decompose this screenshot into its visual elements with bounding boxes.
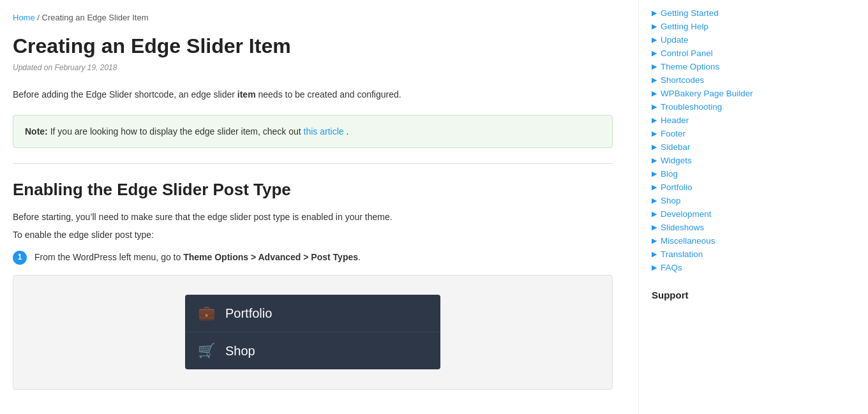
screenshot-row-portfolio: 💼 Portfolio bbox=[185, 295, 440, 332]
sidebar: ▶Getting Started▶Getting Help▶Update▶Con… bbox=[638, 0, 791, 414]
updated-date: Updated on February 19, 2018 bbox=[13, 63, 613, 72]
sidebar-support-title: Support bbox=[652, 290, 791, 300]
sidebar-item-control-panel: ▶Control Panel bbox=[652, 47, 791, 60]
nav-arrow-icon: ▶ bbox=[652, 63, 657, 71]
sidebar-item-update: ▶Update bbox=[652, 33, 791, 47]
sidebar-link-5[interactable]: ▶Shortcodes bbox=[652, 75, 791, 85]
sidebar-item-blog: ▶Blog bbox=[652, 167, 791, 181]
note-period: . bbox=[346, 126, 348, 137]
section-title: Enabling the Edge Slider Post Type bbox=[13, 179, 613, 201]
nav-arrow-icon: ▶ bbox=[652, 156, 657, 165]
sidebar-link-10[interactable]: ▶Sidebar bbox=[652, 142, 791, 152]
sidebar-link-12[interactable]: ▶Blog bbox=[652, 169, 791, 179]
note-text: If you are looking how to display the ed… bbox=[50, 126, 304, 137]
sidebar-link-1[interactable]: ▶Getting Help bbox=[652, 22, 791, 31]
sidebar-link-17[interactable]: ▶Miscellaneous bbox=[652, 236, 791, 246]
section-desc-1: Before starting, you’ll need to make sur… bbox=[13, 210, 613, 224]
section-divider bbox=[13, 163, 613, 164]
sidebar-item-widgets: ▶Widgets bbox=[652, 154, 791, 167]
nav-arrow-icon: ▶ bbox=[652, 143, 657, 151]
breadcrumb-current: Creating an Edge Slider Item bbox=[42, 13, 149, 22]
sidebar-link-11[interactable]: ▶Widgets bbox=[652, 156, 791, 165]
sidebar-link-4[interactable]: ▶Theme Options bbox=[652, 62, 791, 71]
sidebar-item-theme-options: ▶Theme Options bbox=[652, 60, 791, 73]
sidebar-link-0[interactable]: ▶Getting Started bbox=[652, 8, 791, 18]
sidebar-item-wpbakery-page-builder: ▶WPBakery Page Builder bbox=[652, 87, 791, 100]
sidebar-link-19[interactable]: ▶FAQs bbox=[652, 263, 791, 272]
nav-arrow-icon: ▶ bbox=[652, 22, 657, 31]
nav-arrow-icon: ▶ bbox=[652, 76, 657, 84]
sidebar-item-troubleshooting: ▶Troubleshooting bbox=[652, 100, 791, 114]
sidebar-link-14[interactable]: ▶Shop bbox=[652, 196, 791, 205]
shop-icon: 🛒 bbox=[198, 343, 215, 359]
portfolio-label: Portfolio bbox=[225, 306, 272, 321]
sidebar-item-translation: ▶Translation bbox=[652, 248, 791, 261]
page-title: Creating an Edge Slider Item bbox=[13, 34, 613, 58]
breadcrumb: Home / Creating an Edge Slider Item bbox=[13, 6, 613, 22]
nav-arrow-icon: ▶ bbox=[652, 263, 657, 272]
sidebar-item-shortcodes: ▶Shortcodes bbox=[652, 73, 791, 87]
sidebar-link-13[interactable]: ▶Portfolio bbox=[652, 182, 791, 192]
sidebar-item-getting-started: ▶Getting Started bbox=[652, 6, 791, 20]
note-label: Note: bbox=[25, 126, 48, 137]
nav-arrow-icon: ▶ bbox=[652, 170, 657, 178]
section-desc-2: To enable the edge slider post type: bbox=[13, 228, 613, 242]
nav-arrow-icon: ▶ bbox=[652, 9, 657, 17]
nav-arrow-icon: ▶ bbox=[652, 183, 657, 191]
sidebar-item-slideshows: ▶Slideshows bbox=[652, 221, 791, 234]
note-link[interactable]: this article bbox=[304, 126, 344, 137]
breadcrumb-home-link[interactable]: Home bbox=[13, 13, 35, 22]
sidebar-item-portfolio: ▶Portfolio bbox=[652, 181, 791, 194]
portfolio-icon: 💼 bbox=[198, 305, 215, 322]
screenshot-image: 💼 Portfolio 🛒 Shop bbox=[185, 295, 440, 369]
nav-arrow-icon: ▶ bbox=[652, 210, 657, 218]
screenshot-row-shop: 🛒 Shop bbox=[185, 332, 440, 369]
sidebar-link-3[interactable]: ▶Control Panel bbox=[652, 48, 791, 58]
sidebar-link-9[interactable]: ▶Footer bbox=[652, 129, 791, 138]
step-1: 1 From the WordPress left menu, go to Th… bbox=[13, 250, 613, 265]
sidebar-item-shop: ▶Shop bbox=[652, 194, 791, 207]
nav-arrow-icon: ▶ bbox=[652, 36, 657, 44]
sidebar-link-16[interactable]: ▶Slideshows bbox=[652, 223, 791, 232]
sidebar-item-getting-help: ▶Getting Help bbox=[652, 20, 791, 33]
intro-paragraph: Before adding the Edge Slider shortcode,… bbox=[13, 87, 613, 101]
sidebar-item-miscellaneous: ▶Miscellaneous bbox=[652, 234, 791, 248]
sidebar-nav: ▶Getting Started▶Getting Help▶Update▶Con… bbox=[652, 6, 791, 274]
sidebar-item-header: ▶Header bbox=[652, 114, 791, 127]
note-box: Note: If you are looking how to display … bbox=[13, 115, 613, 148]
step-number-1: 1 bbox=[13, 251, 27, 265]
sidebar-link-8[interactable]: ▶Header bbox=[652, 115, 791, 125]
nav-arrow-icon: ▶ bbox=[652, 89, 657, 98]
nav-arrow-icon: ▶ bbox=[652, 103, 657, 111]
sidebar-link-6[interactable]: ▶WPBakery Page Builder bbox=[652, 89, 791, 98]
sidebar-link-18[interactable]: ▶Translation bbox=[652, 249, 791, 259]
step-1-text: From the WordPress left menu, go to Them… bbox=[34, 250, 361, 264]
shop-label: Shop bbox=[225, 344, 255, 359]
sidebar-link-7[interactable]: ▶Troubleshooting bbox=[652, 102, 791, 112]
sidebar-item-faqs: ▶FAQs bbox=[652, 261, 791, 274]
sidebar-link-2[interactable]: ▶Update bbox=[652, 35, 791, 45]
nav-arrow-icon: ▶ bbox=[652, 49, 657, 57]
nav-arrow-icon: ▶ bbox=[652, 196, 657, 205]
sidebar-item-sidebar: ▶Sidebar bbox=[652, 140, 791, 154]
sidebar-item-footer: ▶Footer bbox=[652, 127, 791, 140]
nav-arrow-icon: ▶ bbox=[652, 237, 657, 245]
sidebar-item-development: ▶Development bbox=[652, 207, 791, 221]
screenshot-container: 💼 Portfolio 🛒 Shop bbox=[13, 275, 613, 390]
nav-arrow-icon: ▶ bbox=[652, 129, 657, 138]
breadcrumb-separator: / bbox=[37, 13, 40, 22]
sidebar-link-15[interactable]: ▶Development bbox=[652, 209, 791, 219]
nav-arrow-icon: ▶ bbox=[652, 223, 657, 232]
nav-arrow-icon: ▶ bbox=[652, 116, 657, 124]
nav-arrow-icon: ▶ bbox=[652, 250, 657, 258]
